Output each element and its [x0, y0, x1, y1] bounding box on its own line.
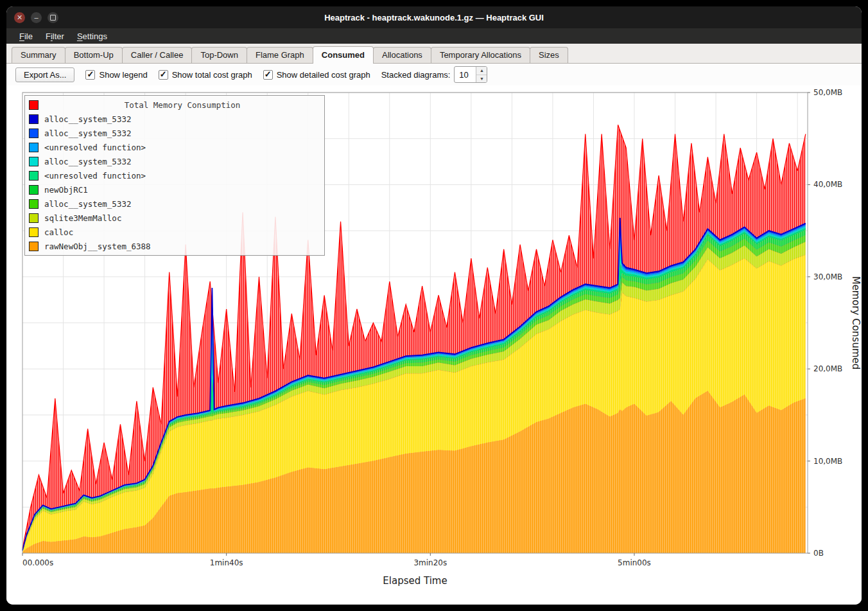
export-as-button[interactable]: Export As...: [15, 67, 74, 82]
check-icon: ✓: [160, 69, 167, 79]
legend-swatch: [29, 171, 39, 181]
stacked-diagrams-label: Stacked diagrams:: [381, 70, 451, 80]
legend-swatch: [29, 185, 39, 195]
checkbox-indicator: ✓: [159, 70, 168, 80]
y-tick-label: 0B: [813, 549, 824, 558]
tab-consumed[interactable]: Consumed: [313, 46, 374, 64]
legend-swatch: [29, 114, 39, 124]
stacked-diagrams-input[interactable]: [455, 67, 476, 82]
legend-item: sqlite3MemMalloc: [29, 211, 320, 225]
menubar: File Filter Settings: [6, 28, 862, 44]
tab-summary[interactable]: Summary: [12, 47, 65, 63]
legend-item: <unresolved function>: [29, 168, 320, 182]
legend-label: <unresolved function>: [44, 143, 146, 152]
stacked-areas: [22, 218, 806, 553]
spin-buttons: ▲ ▼: [476, 67, 487, 82]
legend-item: alloc__system_5332: [29, 197, 320, 211]
y-axis-title: Memory Consumed: [850, 276, 862, 370]
y-axis: 0B10,0MB20,0MB30,0MB40,0MB50,0MB: [808, 88, 842, 558]
x-tick-label: 00.000s: [22, 558, 53, 567]
tab-caller-callee[interactable]: Caller / Callee: [122, 47, 193, 63]
x-axis: 00.000s1min40s3min20s5min00s: [22, 553, 651, 567]
y-tick-label: 10,0MB: [813, 457, 842, 466]
check-icon: ✓: [265, 69, 272, 79]
maximize-button[interactable]: [48, 12, 58, 23]
show-legend-checkbox[interactable]: ✓ Show legend: [85, 70, 147, 80]
legend-swatch: [29, 227, 39, 237]
legend-item: alloc__system_5332: [29, 154, 320, 168]
menu-file[interactable]: File: [14, 30, 38, 42]
tab-top-down[interactable]: Top-Down: [191, 47, 247, 63]
y-tick-label: 50,0MB: [813, 88, 842, 97]
legend-swatch: [29, 242, 39, 251]
checkbox-label: Show detailed cost graph: [277, 70, 370, 80]
legend-label: alloc__system_5332: [44, 199, 131, 209]
chart-area: 0B10,0MB20,0MB30,0MB40,0MB50,0MB00.000s1…: [6, 85, 862, 605]
legend-label: alloc__system_5332: [44, 114, 131, 124]
legend-label: sqlite3MemMalloc: [44, 213, 121, 223]
tab-allocations[interactable]: Allocations: [373, 47, 431, 63]
window-title: Heaptrack - heaptrack.wakunode.1.gz — He…: [324, 13, 544, 22]
legend-label: rawNewObj__system_6388: [44, 242, 151, 251]
x-tick-label: 3min20s: [413, 558, 447, 567]
tab-flame-graph[interactable]: Flame Graph: [247, 47, 313, 63]
y-tick-label: 20,0MB: [813, 364, 842, 373]
checkbox-indicator: ✓: [85, 70, 95, 80]
legend-label: Total Memory Consumption: [44, 100, 320, 110]
chart-legend: Total Memory Consumptionalloc__system_53…: [24, 95, 325, 256]
titlebar[interactable]: ✕ – Heaptrack - heaptrack.wakunode.1.gz …: [6, 6, 862, 28]
legend-swatch: [29, 128, 39, 138]
window-controls: ✕ –: [14, 6, 58, 28]
legend-item: alloc__system_5332: [29, 112, 320, 126]
checkbox-label: Show legend: [99, 70, 147, 80]
legend-swatch: [29, 157, 39, 166]
legend-label: newObjRC1: [44, 185, 88, 195]
check-icon: ✓: [87, 69, 94, 79]
y-tick-label: 30,0MB: [813, 272, 842, 281]
legend-swatch: [29, 213, 39, 223]
tab-sizes[interactable]: Sizes: [530, 47, 568, 63]
legend-swatch: [29, 143, 39, 152]
legend-swatch: [29, 199, 39, 209]
minimize-button[interactable]: –: [31, 12, 42, 23]
y-tick-label: 40,0MB: [813, 180, 842, 189]
show-detailed-cost-checkbox[interactable]: ✓ Show detailed cost graph: [263, 70, 370, 80]
close-button[interactable]: ✕: [14, 12, 25, 23]
spin-down-button[interactable]: ▼: [476, 75, 487, 83]
legend-label: calloc: [44, 227, 73, 237]
show-total-cost-checkbox[interactable]: ✓ Show total cost graph: [159, 70, 252, 80]
legend-label: alloc__system_5332: [44, 157, 131, 166]
menu-filter[interactable]: Filter: [40, 30, 69, 42]
legend-swatch: [29, 100, 39, 110]
chart-toolbar: Export As... ✓ Show legend ✓ Show total …: [6, 64, 862, 85]
x-tick-label: 5min00s: [618, 558, 651, 567]
legend-item: newObjRC1: [29, 182, 320, 197]
legend-label: <unresolved function>: [44, 171, 146, 181]
checkbox-indicator: ✓: [263, 70, 273, 80]
x-axis-title: Elapsed Time: [383, 575, 447, 587]
legend-item: <unresolved function>: [29, 140, 320, 154]
legend-title-row: Total Memory Consumption: [29, 98, 320, 112]
spin-up-button[interactable]: ▲: [476, 67, 487, 75]
tab-bottom-up[interactable]: Bottom-Up: [65, 47, 123, 63]
legend-item: rawNewObj__system_6388: [29, 239, 320, 253]
legend-item: alloc__system_5332: [29, 126, 320, 140]
legend-item: calloc: [29, 225, 320, 239]
tab-temporary-allocations[interactable]: Temporary Allocations: [431, 47, 530, 63]
x-tick-label: 1min40s: [210, 558, 243, 567]
stacked-diagrams-spinbox: ▲ ▼: [454, 66, 487, 83]
heaptrack-window: ✕ – Heaptrack - heaptrack.wakunode.1.gz …: [6, 6, 862, 605]
tabbar: Summary Bottom-Up Caller / Callee Top-Do…: [6, 44, 862, 64]
menu-settings[interactable]: Settings: [72, 30, 112, 42]
checkbox-label: Show total cost graph: [172, 70, 252, 80]
legend-label: alloc__system_5332: [44, 128, 131, 138]
maximize-icon: [50, 15, 56, 21]
